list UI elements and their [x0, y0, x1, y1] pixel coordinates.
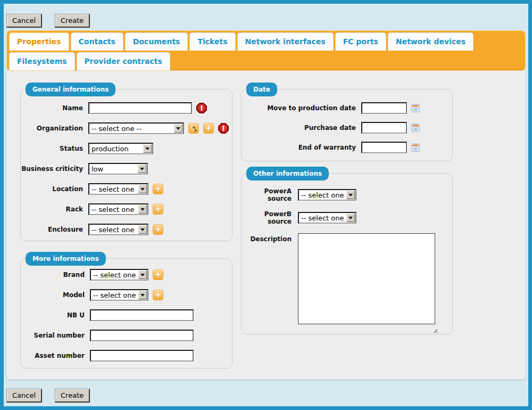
description-label: Description	[242, 233, 292, 243]
date-fieldset: Date Move to production date	[241, 89, 453, 161]
location-select[interactable]: -- select one --	[88, 183, 148, 195]
chevron-down-icon	[138, 270, 147, 279]
tab-network-devices[interactable]: Network devices	[388, 32, 473, 51]
powerb-source-select[interactable]: -- select one --	[298, 212, 356, 224]
business-criticity-select[interactable]: low	[88, 163, 148, 175]
date-legend: Date	[246, 83, 277, 96]
tab-documents[interactable]: Documents	[125, 32, 188, 51]
powera-source-select[interactable]: -- select one --	[298, 189, 356, 201]
move-to-production-row: Move to production date	[242, 102, 452, 114]
add-rack-button[interactable]: +	[153, 204, 163, 215]
tab-network-interfaces[interactable]: Network interfaces	[237, 32, 334, 51]
bottom-toolbar: Cancel Create	[6, 389, 90, 403]
add-model-button[interactable]: +	[153, 290, 163, 300]
description-textarea[interactable]	[298, 233, 435, 324]
other-informations-fieldset: Other informations PowerA source -- sele…	[241, 173, 453, 334]
asset-number-input[interactable]	[90, 350, 194, 362]
purchase-date-row: Purchase date	[242, 122, 452, 134]
serial-number-row: Serial number	[21, 330, 232, 341]
model-select[interactable]: -- select one --	[90, 289, 148, 301]
tab-contacts[interactable]: Contacts	[71, 32, 123, 51]
plus-icon: +	[155, 226, 162, 234]
name-label: Name	[21, 104, 83, 112]
tab-properties[interactable]: Properties	[9, 32, 69, 51]
rack-select[interactable]: -- select one --	[88, 203, 148, 215]
calendar-icon[interactable]	[411, 143, 420, 152]
serial-number-input[interactable]	[90, 330, 194, 341]
add-brand-button[interactable]: +	[153, 269, 163, 280]
chevron-down-icon	[346, 191, 355, 199]
organization-select[interactable]: -- select one --	[88, 122, 184, 134]
general-informations-fieldset: General informations Name ! Organization…	[20, 89, 232, 241]
status-select[interactable]: production	[88, 143, 153, 154]
create-server-window: Cancel Create Properties Contacts Docume…	[0, 0, 532, 410]
tab-tickets[interactable]: Tickets	[189, 32, 235, 51]
business-criticity-row: Business criticity low	[21, 163, 232, 175]
mandatory-error-icon: !	[196, 103, 207, 113]
chevron-down-icon	[138, 185, 147, 193]
serial-number-label: Serial number	[21, 332, 85, 339]
purchase-date-input[interactable]	[361, 122, 407, 134]
organization-row: Organization -- select one --	[21, 122, 232, 134]
model-label: Model	[21, 291, 85, 299]
powerb-source-label: PowerB source	[242, 210, 292, 225]
tab-fc-ports[interactable]: FC ports	[335, 32, 386, 51]
chevron-down-icon	[138, 291, 147, 299]
chevron-down-icon	[138, 225, 147, 234]
properties-tab-panel: General informations Name ! Organization…	[6, 71, 526, 380]
plus-icon: +	[155, 271, 162, 279]
enclosure-row: Enclosure -- select one -- +	[21, 224, 232, 235]
tab-bar: Properties Contacts Documents Tickets Ne…	[6, 30, 526, 71]
powerb-source-row: PowerB source -- select one --	[242, 210, 452, 225]
create-button[interactable]: Create	[55, 389, 90, 403]
powera-source-row: PowerA source -- select one --	[242, 187, 452, 202]
cancel-button[interactable]: Cancel	[6, 14, 42, 28]
model-row: Model -- select one -- +	[21, 289, 232, 301]
chevron-down-icon	[346, 214, 355, 222]
tab-provider-contracts[interactable]: Provider contracts	[77, 52, 170, 70]
plus-icon: +	[155, 185, 162, 193]
nb-u-label: NB U	[21, 311, 85, 319]
end-of-warranty-input[interactable]	[361, 142, 407, 153]
end-of-warranty-label: End of warranty	[242, 144, 356, 151]
organization-label: Organization	[21, 125, 83, 132]
chevron-down-icon	[174, 124, 182, 133]
add-enclosure-button[interactable]: +	[153, 224, 163, 235]
other-informations-legend: Other informations	[246, 167, 329, 181]
move-to-production-input[interactable]	[361, 102, 407, 114]
chevron-down-icon	[143, 144, 152, 153]
business-criticity-label: Business criticity	[21, 165, 83, 173]
more-informations-legend: More informations	[26, 252, 106, 266]
nb-u-row: NB U	[21, 309, 232, 321]
chevron-down-icon	[138, 205, 147, 214]
brand-select[interactable]: -- select one --	[90, 269, 148, 281]
create-button[interactable]: Create	[55, 14, 90, 28]
resize-handle-icon[interactable]	[432, 327, 437, 333]
move-to-production-label: Move to production date	[242, 104, 356, 112]
calendar-icon[interactable]	[411, 124, 420, 132]
location-label: Location	[21, 185, 83, 193]
nb-u-input[interactable]	[90, 309, 194, 321]
calendar-icon[interactable]	[411, 104, 420, 112]
hierarchy-icon	[190, 125, 197, 132]
asset-number-row: Asset number	[21, 350, 232, 362]
description-row: Description	[242, 233, 452, 326]
top-toolbar: Cancel Create	[6, 14, 90, 28]
purchase-date-label: Purchase date	[242, 124, 356, 132]
status-label: Status	[21, 145, 83, 152]
hierarchy-browse-button[interactable]	[188, 123, 199, 134]
rack-row: Rack -- select one -- +	[21, 203, 232, 215]
enclosure-select[interactable]: -- select one --	[88, 224, 148, 235]
add-organization-button[interactable]: +	[203, 123, 214, 134]
location-row: Location -- select one -- +	[21, 183, 232, 195]
add-location-button[interactable]: +	[153, 184, 163, 194]
plus-icon: +	[155, 206, 162, 214]
chevron-down-icon	[138, 165, 146, 173]
asset-number-label: Asset number	[21, 352, 85, 359]
tab-filesystems[interactable]: Filesystems	[9, 52, 75, 70]
cancel-button[interactable]: Cancel	[6, 389, 42, 403]
name-input[interactable]	[88, 102, 192, 114]
name-row: Name !	[21, 102, 232, 114]
plus-icon: +	[155, 291, 162, 299]
mandatory-error-icon: !	[218, 123, 229, 134]
